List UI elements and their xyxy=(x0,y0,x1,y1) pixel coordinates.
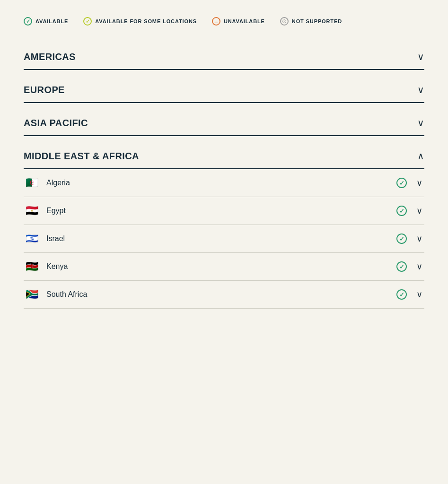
country-right-2: ∨ xyxy=(396,233,422,244)
region-title-asia-pacific: ASIA PACIFIC xyxy=(24,118,88,129)
some-locations-icon xyxy=(83,17,92,26)
country-right-3: ∨ xyxy=(396,261,422,272)
legend-item-available: AVAILABLE xyxy=(24,17,68,26)
legend-label-unavailable: UNAVAILABLE xyxy=(224,18,265,24)
row-chevron-egypt[interactable]: ∨ xyxy=(416,206,422,216)
country-name-israel: Israel xyxy=(46,234,65,243)
legend-label-not-supported: NOT SUPPORTED xyxy=(292,18,342,24)
row-chevron-south-africa[interactable]: ∨ xyxy=(416,289,422,300)
legend-item-unavailable: UNAVAILABLE xyxy=(212,17,265,26)
country-right-4: ∨ xyxy=(396,289,422,300)
region-section-europe: EUROPE∨ xyxy=(24,74,424,103)
not-supported-icon xyxy=(280,17,289,26)
status-icon-algeria xyxy=(396,178,407,188)
status-icon-south-africa xyxy=(396,289,407,300)
status-icon-kenya xyxy=(396,261,407,272)
country-right-0: ∨ xyxy=(396,178,422,188)
flag-kenya: 🇰🇪 xyxy=(26,261,40,272)
row-chevron-kenya[interactable]: ∨ xyxy=(416,261,422,272)
region-title-europe: EUROPE xyxy=(24,85,65,95)
legend-item-some-locations: AVAILABLE FOR SOME LOCATIONS xyxy=(83,17,197,26)
table-row[interactable]: 🇰🇪Kenya∨ xyxy=(24,253,424,281)
flag-israel: 🇮🇱 xyxy=(26,233,40,244)
legend: AVAILABLE AVAILABLE FOR SOME LOCATIONS U… xyxy=(24,9,424,37)
country-left-2: 🇮🇱Israel xyxy=(26,233,65,244)
country-name-algeria: Algeria xyxy=(46,179,70,187)
available-icon xyxy=(24,17,32,26)
flag-south-africa: 🇿🇦 xyxy=(26,289,40,300)
region-title-americas: AMERICAS xyxy=(24,52,76,62)
chevron-icon-middle-east-africa[interactable]: ∧ xyxy=(417,150,424,162)
country-name-kenya: Kenya xyxy=(46,262,68,271)
table-row[interactable]: 🇿🇦South Africa∨ xyxy=(24,281,424,309)
region-divider-asia-pacific xyxy=(24,135,424,136)
regions-container: AMERICAS∨EUROPE∨ASIA PACIFIC∨MIDDLE EAST… xyxy=(24,41,424,309)
status-icon-egypt xyxy=(396,206,407,216)
country-name-egypt: Egypt xyxy=(46,207,66,215)
region-section-americas: AMERICAS∨ xyxy=(24,41,424,70)
country-left-3: 🇰🇪Kenya xyxy=(26,261,68,272)
row-chevron-algeria[interactable]: ∨ xyxy=(416,178,422,188)
chevron-icon-americas[interactable]: ∨ xyxy=(417,51,424,62)
country-list-middle-east-africa: 🇩🇿Algeria∨🇪🇬Egypt∨🇮🇱Israel∨🇰🇪Kenya∨🇿🇦Sou… xyxy=(24,169,424,309)
row-chevron-israel[interactable]: ∨ xyxy=(416,233,422,244)
status-icon-israel xyxy=(396,233,407,244)
legend-label-available: AVAILABLE xyxy=(35,18,68,24)
region-divider-europe xyxy=(24,102,424,103)
region-section-asia-pacific: ASIA PACIFIC∨ xyxy=(24,107,424,136)
flag-egypt: 🇪🇬 xyxy=(26,206,40,216)
table-row[interactable]: 🇩🇿Algeria∨ xyxy=(24,169,424,197)
chevron-icon-europe[interactable]: ∨ xyxy=(417,84,424,95)
table-row[interactable]: 🇮🇱Israel∨ xyxy=(24,225,424,253)
unavailable-icon xyxy=(212,17,220,26)
region-section-middle-east-africa: MIDDLE EAST & AFRICA∧🇩🇿Algeria∨🇪🇬Egypt∨🇮… xyxy=(24,140,424,309)
legend-item-not-supported: NOT SUPPORTED xyxy=(280,17,342,26)
country-right-1: ∨ xyxy=(396,206,422,216)
region-header-europe[interactable]: EUROPE∨ xyxy=(24,74,424,102)
flag-algeria: 🇩🇿 xyxy=(26,178,40,188)
region-divider-americas xyxy=(24,69,424,70)
region-header-middle-east-africa[interactable]: MIDDLE EAST & AFRICA∧ xyxy=(24,140,424,168)
country-name-south-africa: South Africa xyxy=(46,290,87,299)
region-header-americas[interactable]: AMERICAS∨ xyxy=(24,41,424,69)
country-left-4: 🇿🇦South Africa xyxy=(26,289,87,300)
region-title-middle-east-africa: MIDDLE EAST & AFRICA xyxy=(24,151,139,162)
country-left-0: 🇩🇿Algeria xyxy=(26,178,70,188)
table-row[interactable]: 🇪🇬Egypt∨ xyxy=(24,197,424,225)
region-header-asia-pacific[interactable]: ASIA PACIFIC∨ xyxy=(24,107,424,135)
legend-label-some-locations: AVAILABLE FOR SOME LOCATIONS xyxy=(95,18,197,24)
chevron-icon-asia-pacific[interactable]: ∨ xyxy=(417,117,424,129)
country-left-1: 🇪🇬Egypt xyxy=(26,206,66,216)
